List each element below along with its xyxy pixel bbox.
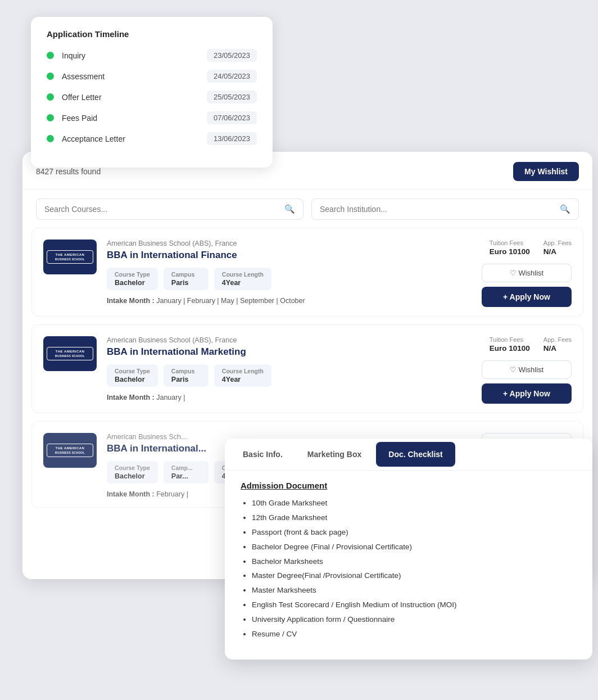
timeline-step-label: Assessment xyxy=(62,72,207,81)
course-type-value: Bachelor xyxy=(115,472,150,480)
course-logo: THE AMERICAN BUSINESS SCHOOL xyxy=(43,336,97,371)
search-courses-input[interactable] xyxy=(44,205,281,214)
length-value: 4Year xyxy=(222,376,264,383)
tuition-fee-block: Tuition Fees Euro 10100 xyxy=(490,336,530,353)
intake-row: Intake Month : January | February | May … xyxy=(107,297,472,305)
course-institution: American Business School (ABS), France xyxy=(107,336,472,344)
length-tag: Course Length 4Year xyxy=(214,364,271,387)
popup-tab[interactable]: Basic Info. xyxy=(230,439,295,470)
app-fee-value: N/A xyxy=(543,247,572,256)
results-count: 8427 results found xyxy=(36,167,101,176)
doc-list-item: Master Marksheets xyxy=(252,585,577,596)
intake-label: Intake Month : xyxy=(107,297,155,305)
doc-list-item: 12th Grade Marksheet xyxy=(252,513,577,523)
campus-value: Paris xyxy=(171,279,201,287)
timeline-dot xyxy=(47,73,54,80)
popup-content: Admission Document 10th Grade Marksheet1… xyxy=(225,471,592,640)
campus-value: Paris xyxy=(171,376,201,383)
campus-value: Par... xyxy=(171,472,201,480)
intake-months: February | xyxy=(156,490,188,498)
intake-label: Intake Month : xyxy=(107,394,155,401)
app-fee-label: App. Fees xyxy=(543,336,572,343)
timeline-step-date: 25/05/2023 xyxy=(207,91,257,103)
doc-list-item: Bachelor Degree (Final / Provisional Cer… xyxy=(252,542,577,553)
doc-list-item: Bachelor Marksheets xyxy=(252,557,577,567)
doc-list-item: Master Degree(Final /Provisional Certifi… xyxy=(252,571,577,581)
course-actions: Tuition Fees Euro 10100 App. Fees N/A ♡ … xyxy=(482,240,572,307)
tuition-fee-label: Tuition Fees xyxy=(490,240,530,246)
timeline-step-label: Fees Paid xyxy=(62,114,207,123)
doc-list-item: 10th Grade Marksheet xyxy=(252,498,577,509)
app-fee-label: App. Fees xyxy=(543,240,572,246)
course-institution: American Business School (ABS), France xyxy=(107,240,472,247)
popup-doc-checklist: Basic Info.Marketing BoxDoc. Checklist A… xyxy=(225,439,592,660)
course-type-tag: Course Type Bachelor xyxy=(107,364,158,387)
apply-now-button[interactable]: + Apply Now xyxy=(482,287,572,307)
campus-tag: Campus Paris xyxy=(164,268,209,290)
fees-row: Tuition Fees Euro 10100 App. Fees N/A xyxy=(490,336,572,353)
course-type-tag: Course Type Bachelor xyxy=(107,268,158,290)
length-label: Course Length xyxy=(222,368,264,374)
apply-now-button[interactable]: + Apply Now xyxy=(482,383,572,404)
wishlist-button[interactable]: ♡ Wishlist xyxy=(482,360,572,379)
search-institution-icon: 🔍 xyxy=(560,204,570,214)
timeline-row: Acceptance Letter 13/06/2023 xyxy=(47,132,257,145)
timeline-row: Offer Letter 25/05/2023 xyxy=(47,91,257,103)
course-logo: THE AMERICAN BUSINESS SCHOOL xyxy=(43,240,97,274)
fees-row: Tuition Fees Euro 10100 App. Fees N/A xyxy=(490,240,572,256)
campus-tag: Campus Paris xyxy=(164,364,209,387)
length-value: 4Year xyxy=(222,279,264,287)
search-institution-box[interactable]: 🔍 xyxy=(311,198,579,220)
course-type-label: Course Type xyxy=(115,368,150,374)
doc-list-item: Passport (front & back page) xyxy=(252,527,577,538)
timeline-row: Inquiry 23/05/2023 xyxy=(47,49,257,62)
course-card: THE AMERICAN BUSINESS SCHOOL American Bu… xyxy=(31,324,583,413)
course-type-label: Course Type xyxy=(115,271,150,278)
popup-tab[interactable]: Marketing Box xyxy=(295,439,374,470)
campus-label: Campus xyxy=(171,271,201,278)
course-info: American Business School (ABS), France B… xyxy=(107,336,472,401)
timeline-dot xyxy=(47,93,54,101)
timeline-step-label: Offer Letter xyxy=(62,93,207,102)
my-wishlist-button[interactable]: My Wishlist xyxy=(513,162,579,181)
search-institution-input[interactable] xyxy=(320,205,556,214)
timeline-step-label: Inquiry xyxy=(62,51,207,60)
timeline-title: Application Timeline xyxy=(47,29,257,39)
timeline-row: Assessment 24/05/2023 xyxy=(47,70,257,83)
course-type-tag: Course Type Bachelor xyxy=(107,461,158,484)
tuition-fee-value: Euro 10100 xyxy=(490,344,530,353)
search-courses-icon: 🔍 xyxy=(284,204,295,214)
intake-months: January | xyxy=(156,394,185,401)
tuition-fee-value: Euro 10100 xyxy=(490,247,530,256)
course-type-value: Bachelor xyxy=(115,279,150,287)
wishlist-button[interactable]: ♡ Wishlist xyxy=(482,264,572,282)
length-label: Course Length xyxy=(222,271,264,278)
doc-list-item: University Application form / Questionna… xyxy=(252,615,577,625)
tuition-fee-label: Tuition Fees xyxy=(490,336,530,343)
popup-tab[interactable]: Doc. Checklist xyxy=(376,442,455,467)
timeline-step-date: 13/06/2023 xyxy=(207,132,257,145)
length-tag: Course Length 4Year xyxy=(214,268,271,290)
doc-list-item: Resume / CV xyxy=(252,629,577,640)
intake-months: January | February | May | September | O… xyxy=(156,297,305,305)
course-tags: Course Type Bachelor Campus Paris Course… xyxy=(107,268,472,290)
admission-doc-title: Admission Document xyxy=(241,481,577,490)
course-tags: Course Type Bachelor Campus Paris Course… xyxy=(107,364,472,387)
timeline-card: Application Timeline Inquiry 23/05/2023 … xyxy=(31,17,273,168)
course-info: American Business School (ABS), France B… xyxy=(107,240,472,305)
course-title: BBA in International Finance xyxy=(107,250,472,261)
timeline-step-label: Acceptance Letter xyxy=(62,134,207,143)
timeline-dot xyxy=(47,135,54,142)
course-title: BBA in International Marketing xyxy=(107,346,472,358)
doc-list-item: English Test Scorecard / English Medium … xyxy=(252,600,577,611)
app-fee-block: App. Fees N/A xyxy=(543,336,572,353)
course-logo: THE AMERICAN BUSINESS SCHOOL xyxy=(43,433,97,468)
timeline-step-date: 23/05/2023 xyxy=(207,49,257,62)
timeline-step-date: 24/05/2023 xyxy=(207,70,257,83)
app-fee-block: App. Fees N/A xyxy=(543,240,572,256)
course-type-label: Course Type xyxy=(115,464,150,471)
search-row: 🔍 🔍 xyxy=(22,189,592,228)
timeline-step-date: 07/06/2023 xyxy=(207,111,257,124)
intake-row: Intake Month : January | xyxy=(107,394,472,401)
search-courses-box[interactable]: 🔍 xyxy=(36,198,303,220)
